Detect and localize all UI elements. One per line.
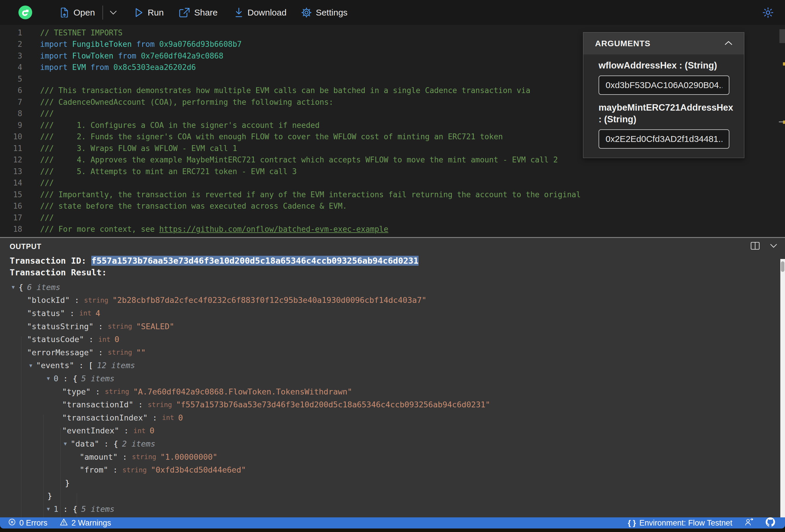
github-button[interactable] <box>766 517 775 529</box>
json-token: string <box>132 453 160 461</box>
json-token: "SEALED" <box>136 322 174 331</box>
json-token: : <box>58 374 73 383</box>
expander-icon[interactable]: ▼ <box>12 284 15 290</box>
argument-input[interactable] <box>599 129 729 149</box>
environment-status[interactable]: { } Environment: Flow Testnet <box>628 518 732 528</box>
json-row: "eventIndex" : int 0 <box>0 424 785 437</box>
editor-scrollbar-thumb[interactable] <box>780 29 785 43</box>
json-token: 2 items <box>122 439 155 448</box>
code-token: /// <box>40 178 54 187</box>
code-token: import <box>40 40 68 49</box>
json-token: 12 items <box>97 361 135 370</box>
argument-label: wflowAddressHex : (String) <box>599 60 732 71</box>
json-row: ▼1 : {5 items <box>0 503 785 515</box>
chevron-up-icon[interactable] <box>724 41 733 47</box>
line-number: 5 <box>0 75 32 83</box>
expander-icon[interactable]: ▼ <box>47 506 50 512</box>
code-token <box>132 40 136 49</box>
json-row: ▼"data" : {2 items <box>0 437 785 450</box>
output-scrollbar[interactable] <box>780 259 785 517</box>
line-number: 14 <box>0 178 32 187</box>
json-token: "2b28cbfb87da2cfec4f0232c6f883f0f12c95b3… <box>112 296 427 305</box>
argument-input[interactable] <box>599 76 729 95</box>
code-text: /// CadenceOwnedAccount (COA), performin… <box>32 98 333 106</box>
json-token: } <box>65 478 70 487</box>
json-token: string <box>148 401 176 408</box>
code-token: /// state before the transaction was exe… <box>40 202 347 210</box>
transaction-id-value[interactable]: f557a1573b76aa53e73d46f3e10d200d5c18a653… <box>91 256 418 266</box>
json-row: "type" : string "A.7e60df042a9c0868.Flow… <box>0 515 785 517</box>
json-token: int <box>133 427 150 435</box>
settings-button[interactable]: Settings <box>301 7 348 18</box>
indent-guide <box>77 493 77 517</box>
warnings-status[interactable]: 2 Warnings <box>60 518 111 528</box>
code-line: 18/// For more context, see https://gith… <box>0 224 785 235</box>
code-token: /// 1. Configures a COA in the signer's … <box>40 121 320 130</box>
app-window: Open Run Share <box>0 0 785 529</box>
json-token: : <box>70 296 84 305</box>
errors-count-label: 0 Errors <box>19 518 47 528</box>
run-button[interactable]: Run <box>135 8 163 18</box>
environment-label: Environment: Flow Testnet <box>639 518 732 528</box>
json-row: } <box>0 476 785 489</box>
line-number: 7 <box>0 98 32 106</box>
json-row: "blockId" : string "2b28cbfb87da2cfec4f0… <box>0 294 785 307</box>
warning-marker-icon <box>783 62 785 66</box>
code-text: /// 2. Funds the signer's COA with enoug… <box>32 132 503 141</box>
code-token: EVM <box>72 63 86 72</box>
code-text: // TESTNET IMPORTS <box>32 28 123 37</box>
code-token: import <box>40 51 68 60</box>
download-button[interactable]: Download <box>234 7 286 18</box>
code-editor[interactable]: 1// TESTNET IMPORTS2import FungibleToken… <box>0 25 785 237</box>
errors-status[interactable]: 0 Errors <box>8 518 47 528</box>
sun-icon <box>762 7 774 19</box>
output-scrollbar-thumb[interactable] <box>781 261 784 272</box>
code-token <box>68 63 72 72</box>
expander-icon[interactable]: ▼ <box>64 441 67 447</box>
transaction-id-label: Transaction ID: <box>10 256 91 266</box>
open-dropdown-button[interactable] <box>109 10 117 15</box>
json-row: ▼{6 items <box>0 281 785 294</box>
code-token: /// <box>40 109 54 118</box>
code-line: 13/// 5. Attempts to mint an ERC721 toke… <box>0 166 785 177</box>
arguments-panel-header[interactable]: ARGUMENTS <box>583 32 744 54</box>
output-panel: OUTPUT Transaction ID: f557a1573b76aa53e… <box>0 238 785 517</box>
json-token: { <box>19 283 23 292</box>
split-panel-icon[interactable] <box>751 242 760 251</box>
json-token: "errorMessage" <box>27 348 94 357</box>
collapse-output-chevron-icon[interactable] <box>770 244 777 249</box>
code-token: // TESTNET IMPORTS <box>40 28 123 37</box>
json-token: int <box>162 414 178 422</box>
json-token: : <box>99 439 113 448</box>
json-token: "" <box>136 348 146 357</box>
expander-icon[interactable]: ▼ <box>47 376 50 381</box>
code-token: /// 5. Attempts to mint an ERC721 token … <box>40 167 297 176</box>
json-row: ▼"events" : [12 items <box>0 359 785 372</box>
json-token: "transactionId" <box>62 400 133 409</box>
expander-icon[interactable]: ▼ <box>29 362 32 369</box>
arguments-panel-title: ARGUMENTS <box>595 39 650 48</box>
code-link[interactable]: https://github.com/onflow/batched-evm-ex… <box>159 225 388 233</box>
arguments-panel-body: wflowAddressHex : (String)maybeMintERC72… <box>583 54 744 149</box>
code-token: /// This transaction demonstrates how mu… <box>40 86 530 95</box>
github-icon <box>766 517 775 529</box>
account-button[interactable] <box>744 518 753 528</box>
toolbar: Open Run Share <box>0 0 785 25</box>
json-token: 6 items <box>27 283 60 292</box>
json-token: string <box>84 297 112 304</box>
line-number: 12 <box>0 155 32 164</box>
code-text: /// 4. Approves the example MaybeMintERC… <box>32 155 558 164</box>
json-token: string <box>108 349 136 356</box>
code-text: import FungibleToken from 0x9a0766d93b66… <box>32 40 242 49</box>
json-token: { <box>113 439 118 448</box>
json-token: string <box>108 323 136 330</box>
json-token: "0xfd3b4cd50d44e6ed" <box>151 465 246 474</box>
share-button[interactable]: Share <box>179 7 218 18</box>
line-number: 18 <box>0 225 32 233</box>
code-text: /// <box>32 109 54 118</box>
theme-toggle-button[interactable] <box>762 7 774 19</box>
flow-logo-icon[interactable] <box>19 5 32 19</box>
run-button-label: Run <box>148 8 163 18</box>
json-token: : <box>74 361 88 370</box>
open-button[interactable]: Open <box>59 7 95 18</box>
